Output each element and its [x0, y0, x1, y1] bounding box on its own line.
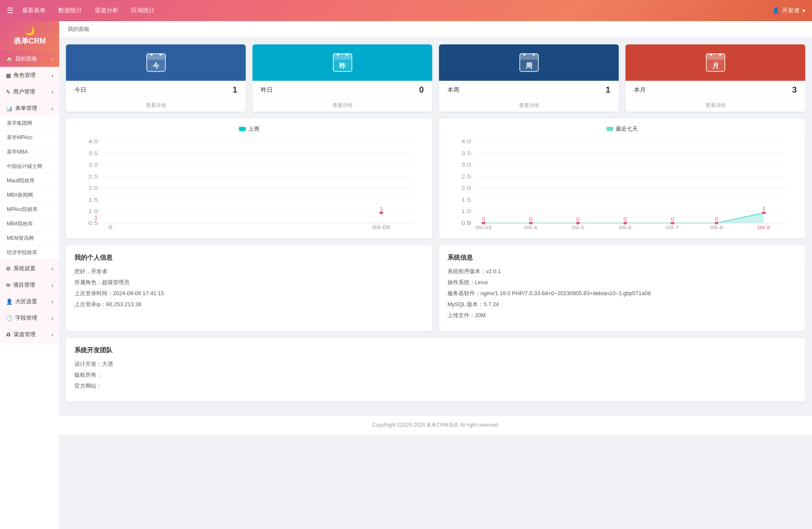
svg-text:0: 0	[576, 217, 580, 222]
sidebar-item-project[interactable]: ✉ 项目管理 ›	[0, 277, 59, 293]
stat-month-footer[interactable]: 查看详情	[625, 99, 805, 112]
sidebar-item-channel-label: 渠道管理	[14, 331, 36, 338]
nav-item-latest-form[interactable]: 最新表单	[22, 7, 46, 14]
sidebar: 🌙 表单CRM 🏠 我的面板 › ▦ 角色管理	[0, 21, 59, 529]
sidebar-item-user[interactable]: ✎ 用户管理 ›	[0, 84, 59, 100]
svg-point-13	[532, 53, 535, 56]
svg-point-38	[379, 211, 383, 214]
menu-toggle-icon[interactable]: ☰	[7, 6, 14, 15]
svg-text:2.5: 2.5	[88, 174, 98, 179]
stat-card-today: 今 今日 1 查看详情	[66, 44, 246, 112]
svg-text:月: 月	[712, 62, 719, 69]
svg-point-72	[715, 222, 719, 225]
sidebar-section-channel: ♻ 渠道管理 ›	[0, 326, 59, 343]
svg-point-71	[671, 222, 675, 225]
stat-week-value: 1	[606, 85, 610, 95]
sidebar-item-field[interactable]: 🕐 字段管理 ›	[0, 310, 59, 326]
svg-point-3	[159, 53, 162, 56]
svg-rect-6	[333, 54, 352, 60]
sidebar-item-field-label: 字段管理	[15, 314, 37, 322]
sidebar-sub-item-4[interactable]: Maud院校库	[0, 174, 59, 188]
stat-card-month-body: 本月 3	[625, 81, 805, 99]
settings-icon: ⚙	[6, 266, 11, 272]
svg-text:0: 0	[467, 220, 471, 226]
chart-right-legend-label: 最近七天	[616, 125, 638, 133]
svg-point-17	[710, 53, 712, 56]
svg-text:09-9: 09-9	[757, 225, 770, 230]
svg-text:昨: 昨	[339, 62, 346, 69]
sidebar-item-role-label: 角色管理	[14, 71, 36, 79]
svg-point-8	[346, 53, 348, 56]
sidebar-item-role[interactable]: ▦ 角色管理 ›	[0, 67, 59, 83]
svg-text:4.0: 4.0	[88, 139, 98, 144]
stat-card-today-body: 今日 1	[66, 81, 246, 99]
chevron-right-icon-region: ›	[52, 299, 53, 305]
svg-text:09-09: 09-09	[373, 225, 390, 230]
sidebar-item-channel[interactable]: ♻ 渠道管理 ›	[0, 326, 59, 343]
sidebar-item-dashboard[interactable]: 🏠 我的面板 ›	[0, 51, 59, 67]
top-navigation: ☰ 最新表单 数据统计 渠道分析 区域统计 👤 开发者 ▾	[0, 0, 812, 21]
sidebar-sub-item-8[interactable]: MEM资讯网	[0, 231, 59, 246]
sidebar-sub-item-5[interactable]: MBA新闻网	[0, 188, 59, 203]
sidebar-sub-item-3[interactable]: 中国会计硕士网	[0, 159, 59, 174]
sidebar-item-dashboard-label: 我的面板	[15, 55, 37, 63]
svg-text:3.5: 3.5	[461, 151, 471, 156]
chevron-right-icon: ›	[52, 56, 53, 62]
svg-point-18	[719, 53, 721, 56]
svg-point-12	[523, 53, 526, 56]
svg-text:2.5: 2.5	[461, 174, 471, 179]
svg-point-73	[762, 211, 766, 214]
sidebar-menu: 🏠 我的面板 › ▦ 角色管理 › ✎	[0, 51, 59, 529]
chevron-right-icon-role: ›	[52, 72, 53, 79]
sidebar-sub-item-0[interactable]: 喜学集团网	[0, 116, 59, 131]
dev-copyright: 版权所有：	[74, 371, 797, 379]
sidebar-section-field: 🕐 字段管理 ›	[0, 310, 59, 326]
sidebar-sub-item-2[interactable]: 喜学MBA	[0, 145, 59, 159]
svg-text:1: 1	[94, 215, 98, 220]
nav-item-channel-analysis[interactable]: 渠道分析	[95, 7, 118, 14]
chart-last-7days: 最近七天 4.0 3.5	[439, 118, 805, 238]
system-info-card: 系统信息 系统程序版本：v2.0.1 操作系统：Linux 服务器软件：ngin…	[439, 245, 805, 331]
personal-last-login: 上次登录时间：2024-09-09 17:41:15	[74, 290, 424, 297]
personal-greeting: 您好，开发者	[74, 268, 424, 275]
stat-today-value: 1	[233, 85, 237, 95]
stat-today-label: 今日	[74, 86, 86, 94]
nav-item-region-stats[interactable]: 区域统计	[131, 7, 155, 14]
sidebar-logo: 🌙 表单CRM	[0, 21, 59, 51]
stat-yesterday-label: 昨日	[261, 86, 273, 94]
sidebar-item-region-label: 大区设置	[15, 298, 37, 305]
user-area[interactable]: 👤 开发者 ▾	[772, 7, 805, 14]
stat-card-week-body: 本周 1	[439, 81, 619, 99]
dropdown-icon: ▾	[802, 7, 805, 14]
channel-icon: ♻	[6, 332, 11, 338]
stat-week-footer[interactable]: 查看详情	[439, 99, 619, 112]
dev-team-card: 系统开发团队 设计开发：大漂 版权所有： 官方网站：	[66, 338, 805, 402]
sidebar-sub-item-6[interactable]: MPAcc院校库	[0, 203, 59, 217]
calendar-yesterday-icon: 昨	[332, 53, 353, 72]
sidebar-item-form[interactable]: 📊 表单管理 ›	[0, 100, 59, 116]
home-icon: 🏠	[6, 56, 13, 62]
sidebar-item-region[interactable]: 👤 大区设置 ›	[0, 293, 59, 310]
sidebar-sub-item-9[interactable]: 经济学院校库	[0, 246, 59, 260]
stat-today-footer[interactable]: 查看详情	[66, 99, 246, 112]
sidebar-item-settings[interactable]: ⚙ 系统设置 ›	[0, 260, 59, 277]
chevron-right-icon-channel: ›	[52, 332, 53, 338]
main-layout: 🌙 表单CRM 🏠 我的面板 › ▦ 角色管理	[0, 21, 812, 529]
svg-text:0.5: 0.5	[88, 220, 98, 226]
svg-text:2.0: 2.0	[461, 185, 471, 191]
system-info-title: 系统信息	[447, 254, 797, 262]
svg-point-69	[576, 222, 580, 225]
stat-card-yesterday-body: 昨日 0	[252, 81, 432, 99]
system-mysql: MySQL 版本：5.7.24	[447, 301, 797, 308]
personal-info-card: 我的个人信息 您好，开发者 所属角色：超级管理员 上次登录时间：2024-09-…	[66, 245, 432, 331]
sidebar-sub-item-7[interactable]: MBA院校库	[0, 217, 59, 231]
svg-point-68	[529, 222, 533, 225]
svg-text:09-03: 09-03	[475, 225, 491, 230]
nav-item-data-stats[interactable]: 数据统计	[58, 7, 82, 14]
stat-card-week-header: 周	[439, 44, 619, 81]
chart-last-week: 上周 4.0 3.5 3	[66, 118, 432, 238]
svg-rect-11	[520, 54, 538, 60]
calendar-week-icon: 周	[518, 53, 540, 72]
stat-yesterday-footer[interactable]: 查看详情	[252, 99, 432, 112]
sidebar-sub-item-1[interactable]: 喜学MPAcc	[0, 131, 59, 145]
